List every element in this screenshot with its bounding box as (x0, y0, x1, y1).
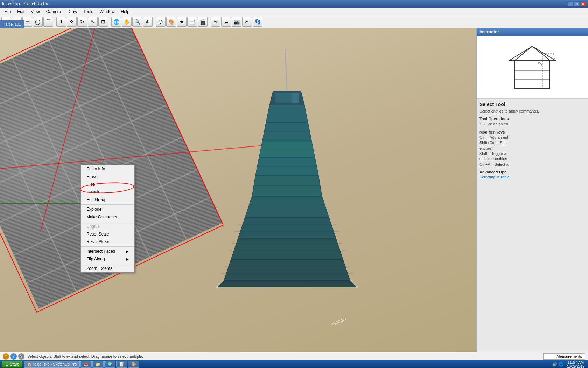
components-button[interactable]: ⬡ (156, 17, 166, 27)
ctx-hide[interactable]: Hide (81, 180, 134, 188)
materials-button[interactable]: 🎨 (166, 17, 176, 27)
tray-icon-2: 🌐 (559, 362, 564, 367)
minimize-button[interactable]: ─ (568, 1, 573, 6)
ctx-unglue-label: Unglue (86, 224, 100, 229)
measurements-display[interactable]: Measurements (543, 353, 585, 360)
ctx-zoom-extents[interactable]: Zoom Extents (81, 265, 134, 272)
menu-camera[interactable]: Camera (43, 8, 64, 15)
taskbar-explorer-item[interactable]: 📁 (92, 361, 104, 368)
instructor-advanced-link[interactable]: Selecting Multiple (479, 175, 585, 179)
instructor-advanced-label: Advanced Ope (479, 170, 585, 174)
match-photo-button[interactable]: 📷 (232, 17, 241, 27)
menu-file[interactable]: File (1, 8, 14, 15)
ctx-unglue: Unglue (81, 223, 134, 230)
ctx-intersect-faces[interactable]: Intersect Faces ▶ (81, 247, 134, 255)
ctx-intersect-faces-label: Intersect Faces (86, 249, 115, 254)
section-plane-button[interactable]: ✂ (242, 17, 252, 27)
ctx-erase[interactable]: Erase (81, 173, 134, 180)
ctx-unlock[interactable]: Unlock (81, 188, 134, 196)
clock-time: 11:57 AM (567, 360, 584, 364)
start-icon: ⊞ (5, 362, 8, 367)
walkthrough-button[interactable]: 👣 (253, 17, 262, 27)
ctx-explode[interactable]: Explode (81, 205, 134, 213)
ctx-separator-3 (81, 246, 134, 247)
instructor-modifier-label: Modifier Keys (479, 130, 585, 134)
start-label: Start (10, 362, 19, 366)
status-icons: ⚠ i ? (3, 353, 24, 360)
taskbar-maps-item[interactable]: 🌍 (104, 361, 115, 368)
help-icon[interactable]: ? (18, 353, 24, 360)
push-pull-button[interactable]: ⬆ (56, 17, 66, 27)
menu-edit[interactable]: Edit (14, 8, 27, 15)
window-controls: ─ □ ✕ (568, 1, 586, 6)
ctx-reset-skew[interactable]: Reset Skew (81, 238, 134, 246)
svg-marker-26 (515, 46, 550, 88)
toolbar-separator-4 (209, 18, 209, 26)
viewport[interactable]: Google Entity Info Erase Hide Unlock Edi… (0, 28, 588, 352)
instructor-modifier-text: Ctrl = Add an ent Shift+Ctrl = Sub entit… (479, 135, 585, 167)
statusbar: ⚠ i ? Select objects. Shift to extend se… (0, 352, 588, 360)
instructor-tool-ops: 1. Click on an en (479, 122, 585, 127)
taskbar-other-item[interactable]: 📝 (116, 361, 127, 368)
scene-background: Google Entity Info Erase Hide Unlock Edi… (0, 28, 476, 352)
orbit-button[interactable]: 🌐 (111, 17, 121, 27)
menu-view[interactable]: View (28, 8, 43, 15)
layers-button[interactable]: 📑 (187, 17, 197, 27)
zoom-window-button[interactable]: ⊕ (143, 17, 153, 27)
clock-date: 10/29/2012 (567, 364, 584, 368)
zoom-button[interactable]: 🔍 (132, 17, 142, 27)
clock: 11:57 AM 10/29/2012 (565, 360, 587, 368)
menu-help[interactable]: Help (118, 8, 132, 15)
fog-button[interactable]: ☁ (221, 17, 231, 27)
instructor-header: Instructor (477, 28, 588, 36)
menu-window[interactable]: Window (97, 8, 118, 15)
windows-taskbar: ⊞ Start 🏠 taipei.skp - SketchUp Pro 🦊 📁 … (0, 360, 588, 368)
shadows-button[interactable]: ☀ (211, 17, 220, 27)
ctx-reset-scale[interactable]: Reset Scale (81, 230, 134, 238)
ctx-flip-along-label: Flip Along (86, 257, 105, 261)
close-button[interactable]: ✕ (580, 1, 586, 6)
ctx-edit-group[interactable]: Edit Group (81, 196, 134, 204)
instructor-tool-title: Select Tool (479, 102, 585, 107)
arc-button[interactable]: ⌒ (43, 17, 53, 27)
scene-tab[interactable]: Taipei 101 (0, 20, 24, 28)
instructor-sketch-area: ↖ (477, 36, 588, 99)
taskbar-paint-item[interactable]: 🎨 (128, 361, 139, 368)
ctx-separator-1 (81, 204, 134, 205)
ctx-flip-along-arrow: ▶ (126, 257, 129, 261)
google-watermark: Google (331, 316, 347, 327)
warning-icon: ⚠ (3, 353, 9, 360)
ctx-separator-4 (81, 264, 134, 264)
toolbar-separator-2 (110, 18, 110, 26)
taskbar-explorer-icon: 📁 (96, 362, 100, 367)
ctx-flip-along[interactable]: Flip Along ▶ (81, 255, 134, 263)
rotate-button[interactable]: ↻ (77, 17, 87, 27)
scale-button[interactable]: ⤡ (88, 17, 98, 27)
tray-icon-1: 🔊 (552, 362, 557, 367)
svg-line-0 (285, 49, 287, 91)
svg-marker-9 (231, 238, 343, 259)
taskbar-browser-icon: 🦊 (84, 362, 89, 367)
instructor-panel: Instructor ↖ Select Tool Select entiti (476, 28, 588, 352)
titlebar: taipei.skp - SketchUp Pro ─ □ ✕ (0, 0, 588, 8)
taskbar-sketchup-item[interactable]: 🏠 taipei.skp - SketchUp Pro (24, 361, 80, 368)
svg-marker-8 (238, 217, 336, 238)
ctx-make-component[interactable]: Make Component (81, 213, 134, 221)
circle-button[interactable]: ◯ (33, 17, 43, 27)
ctx-unlock-label: Unlock (86, 190, 99, 195)
taskbar-other-icon: 📝 (119, 362, 124, 367)
menu-tools[interactable]: Tools (81, 8, 96, 15)
styles-button[interactable]: ★ (177, 17, 187, 27)
move-button[interactable]: ✛ (67, 17, 77, 27)
ctx-entity-info[interactable]: Entity Info (81, 165, 134, 173)
maximize-button[interactable]: □ (574, 1, 580, 6)
offset-button[interactable]: ⊡ (98, 17, 108, 27)
taskbar-browser-item[interactable]: 🦊 (80, 361, 92, 368)
ctx-entity-info-label: Entity Info (86, 166, 105, 171)
pan-button[interactable]: ✋ (122, 17, 132, 27)
menu-draw[interactable]: Draw (65, 8, 80, 15)
menubar: File Edit View Camera Draw Tools Window … (0, 8, 588, 15)
start-button[interactable]: ⊞ Start (1, 361, 22, 368)
instructor-tool-ops-label: Tool Operations (479, 117, 585, 121)
scenes-button[interactable]: 🎬 (198, 17, 208, 27)
